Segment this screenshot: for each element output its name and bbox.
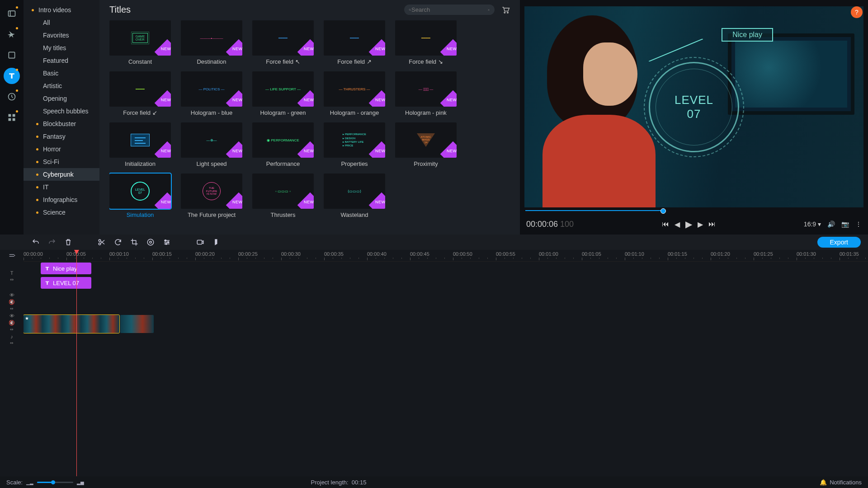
title-tile-light-speed[interactable]: —⊕—NEWLight speed — [181, 122, 242, 167]
project-length-label: Project length: — [311, 479, 349, 486]
next-frame-button[interactable]: ▶ — [698, 220, 703, 229]
title-browser: Titles GAMEOVERNEWConstant———•———NEWDest… — [99, 0, 520, 235]
record-button[interactable] — [196, 238, 204, 246]
color-button[interactable] — [146, 238, 155, 246]
title-tile-simulation[interactable]: LEVEL07NEWSimulation — [109, 174, 171, 218]
add-track-button[interactable] — [0, 250, 24, 262]
playhead[interactable] — [76, 250, 77, 476]
properties-button[interactable] — [163, 238, 171, 246]
track-headers: T⇔ 👁🔇⇔ 👁🔇⇔ ♪⇔ — [0, 250, 24, 476]
split-button[interactable] — [98, 238, 106, 246]
status-bar: Scale: ▁▂ ▂▅ Project length: 00:15 🔔 Not… — [0, 476, 868, 488]
prev-clip-button[interactable]: ⏮ — [662, 220, 669, 228]
svg-point-14 — [150, 241, 152, 244]
overlay-track-header[interactable]: 👁🔇⇔ — [0, 291, 24, 312]
search-box[interactable] — [404, 5, 495, 15]
sidebar-item-favorites[interactable]: Favorites — [24, 29, 99, 42]
cart-icon[interactable] — [501, 5, 510, 14]
export-button[interactable]: Export — [817, 237, 861, 248]
text-clip[interactable]: LEVEL 07 — [41, 277, 91, 289]
redo-button[interactable] — [48, 238, 56, 246]
title-tile-hologram-blue[interactable]: — POLITICS —NEWHologram - blue — [181, 71, 242, 116]
rail-more[interactable] — [4, 109, 20, 126]
clear-search-icon[interactable] — [487, 7, 490, 13]
sidebar-item-speech-bubbles[interactable]: Speech bubbles — [24, 105, 99, 117]
rail-elements[interactable] — [4, 47, 20, 63]
aspect-ratio-selector[interactable]: 16:9 ▾ — [804, 221, 821, 228]
title-tile-the-future-project[interactable]: THEFUTUREIS NOWNEWThe Future project — [181, 174, 242, 218]
sidebar-item-infographics[interactable]: Infographics — [24, 193, 99, 206]
delete-button[interactable] — [64, 238, 72, 246]
help-button[interactable]: ? — [851, 6, 863, 18]
timecode: 00:00:06 100 — [526, 220, 574, 229]
svg-rect-1 — [9, 52, 14, 58]
prev-frame-button[interactable]: ◀ — [675, 220, 680, 229]
sidebar-item-horror[interactable]: Horror — [24, 143, 99, 155]
sidebar-item-all[interactable]: All — [24, 16, 99, 29]
title-tile-performance[interactable]: ◉ PERFORMANCENEWPerformance — [252, 122, 314, 167]
title-tile-initialization[interactable]: ▬▬▬▬▬▬▬▬▬▬▬NEWInitialization — [109, 122, 171, 167]
rail-transitions[interactable] — [4, 89, 20, 105]
title-tile-hologram-pink[interactable]: — ▯▯▯ —NEWHologram - pink — [395, 71, 457, 116]
video-track-header[interactable]: 👁🔇⇔ — [0, 312, 24, 332]
track-area[interactable]: 00:00:0000:00:0500:00:1000:00:1500:00:20… — [24, 250, 868, 476]
sidebar-item-fantasy[interactable]: Fantasy — [24, 130, 99, 143]
sidebar-item-it[interactable]: IT — [24, 181, 99, 193]
sidebar-item-sci-fi[interactable]: Sci-Fi — [24, 155, 99, 168]
hud-overlay: LEVEL 07 — [649, 62, 739, 152]
title-tile-thrusters[interactable]: ◦ ▭▭▭ ◦NEWThrusters — [252, 174, 314, 218]
rotate-button[interactable] — [114, 238, 122, 246]
undo-button[interactable] — [32, 238, 40, 246]
sidebar-item-featured[interactable]: Featured — [24, 54, 99, 67]
rail-titles[interactable] — [4, 68, 20, 84]
title-tile-force-field-[interactable]: ━━━━NEWForce field ↙ — [109, 71, 171, 116]
next-clip-button[interactable]: ⏭ — [708, 220, 716, 228]
sidebar-item-blockbuster[interactable]: Blockbuster — [24, 117, 99, 130]
zoom-out-icon[interactable]: ▁▂ — [26, 480, 33, 485]
timeline-toolbar: Export — [0, 235, 868, 250]
sidebar-item-basic[interactable]: Basic — [24, 67, 99, 80]
title-tile-hologram-orange[interactable]: — THRUSTERS —NEWHologram - orange — [324, 71, 385, 116]
timeline-ruler[interactable]: 00:00:0000:00:0500:00:1000:00:1500:00:20… — [24, 250, 868, 262]
sidebar-item-opening[interactable]: Opening — [24, 92, 99, 105]
audio-track-header[interactable]: ♪⇔ — [0, 332, 24, 347]
title-tile-force-field-[interactable]: ━━━━NEWForce field ↘ — [395, 20, 457, 65]
sidebar-item-science[interactable]: Science — [24, 206, 99, 219]
title-tile-wasteland[interactable]: ⟨▭▭▭⟩NEWWasteland — [324, 174, 385, 218]
title-tile-properties[interactable]: ▸ PERFORMANCE▸ DESIGN▸ BATTERY LIFE▸ PRI… — [324, 122, 385, 167]
title-tile-force-field-[interactable]: ━━━━NEWForce field ↗ — [324, 20, 385, 65]
play-button[interactable]: ▶ — [685, 219, 692, 230]
preview-viewport[interactable]: Nice play LEVEL 07 — [524, 6, 863, 207]
preview-menu-icon[interactable]: ⋮ — [855, 221, 862, 228]
rail-media[interactable] — [4, 5, 20, 22]
sidebar-item-artistic[interactable]: Artistic — [24, 80, 99, 92]
title-tile-force-field-[interactable]: ━━━━NEWForce field ↖ — [252, 20, 314, 65]
title-tile-proximity[interactable]: ATOMICMASS14NEWProximity — [395, 122, 457, 167]
timeline: T⇔ 👁🔇⇔ 👁🔇⇔ ♪⇔ 00:00:0000:00:0500:00:1000… — [0, 250, 868, 476]
volume-icon[interactable]: 🔊 — [827, 221, 835, 228]
title-tile-hologram-green[interactable]: — LIFE SUPPORT —NEWHologram - green — [252, 71, 314, 116]
zoom-in-icon[interactable]: ▂▅ — [77, 480, 84, 485]
text-track-header[interactable]: T⇔ — [0, 262, 24, 291]
video-clip[interactable] — [120, 315, 154, 333]
preview-scrubber[interactable] — [525, 207, 863, 214]
title-tile-destination[interactable]: ———•———NEWDestination — [181, 20, 242, 65]
scale-slider[interactable] — [37, 482, 73, 483]
svg-rect-0 — [9, 11, 15, 16]
title-tile-constant[interactable]: GAMEOVERNEWConstant — [109, 20, 171, 65]
svg-point-7 — [409, 9, 410, 10]
text-clip[interactable]: Nice play — [41, 263, 91, 274]
sidebar-item-cyberpunk[interactable]: Cyberpunk — [24, 168, 99, 181]
notifications-button[interactable]: 🔔 Notifications — [820, 479, 862, 486]
title-grid: GAMEOVERNEWConstant———•———NEWDestination… — [109, 20, 510, 218]
sidebar-item-intro-videos[interactable]: Intro videos — [24, 4, 99, 16]
sidebar-item-my-titles[interactable]: My titles — [24, 42, 99, 54]
marker-button[interactable] — [212, 238, 221, 246]
rail-effects[interactable] — [4, 26, 20, 42]
svg-rect-4 — [13, 114, 15, 117]
video-clip[interactable]: ★ — [24, 315, 119, 333]
crop-button[interactable] — [130, 238, 138, 246]
search-input[interactable] — [411, 6, 487, 13]
snapshot-icon[interactable]: 📷 — [841, 221, 849, 228]
project-length-value: 00:15 — [352, 479, 367, 486]
